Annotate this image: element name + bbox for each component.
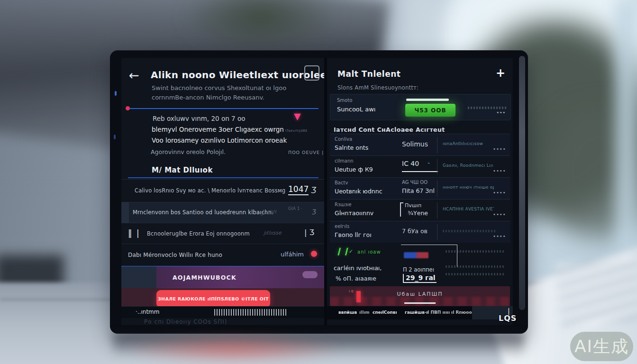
faded-text-line <box>468 107 508 109</box>
overflow-menu-icon[interactable]: •••• <box>493 146 506 152</box>
summary-row[interactable]: Smoto SuncooL awı Ч53 ООВ ••• <box>330 94 511 120</box>
info-line-4: Agorovinnv oreolo Polojıl. <box>151 148 226 155</box>
row-link[interactable]: НСАПННІ АVЕЅТІА ІVЕТНІЮ <box>443 207 494 211</box>
insight-line-1: caгléın ıvıotнıаı, <box>334 264 382 272</box>
row-notch <box>121 202 129 223</box>
blurred-keyboard-keys <box>555 256 637 327</box>
value-bracket <box>400 202 403 217</box>
photo-scene: ← Alikn noono Wileetlıext uıoroleet. Swi… <box>0 0 637 364</box>
faded-text-line <box>443 230 496 232</box>
blue-divider <box>128 108 318 109</box>
tablet-device: ← Alikn noono Wileetlıext uıoroleet. Swi… <box>110 50 528 334</box>
table-row[interactable]: Bactv Ueotвnık юdnnс AG ЧШ ОО Піtа 67 Зп… <box>330 177 510 200</box>
faded-text-line <box>446 250 505 253</box>
record-link[interactable]: ulfáhim <box>281 251 304 258</box>
summary-label: SuncooL awı <box>337 106 375 113</box>
insight-line-2: % оП. аıааяıе <box>336 275 376 282</box>
metric-badge <box>404 252 428 258</box>
insight-green-label: anl ıoaw <box>357 249 381 255</box>
alert-banner[interactable]: ı о Uбаш LАПШП <box>330 286 510 306</box>
row-label-top: Bactv <box>335 180 348 185</box>
primary-action-button[interactable]: ЗНАЛЕ RАЮКОЛЕ ıІПİПЅЛЕВО ©ІТЛЕ ОІТ <box>156 290 270 308</box>
brand-triangle-icon: ▼ <box>294 111 301 121</box>
pause-icon: ‖ | <box>128 228 140 238</box>
row-label: Ueotвnık юdnnс <box>335 188 382 195</box>
faded-text-line <box>446 273 505 275</box>
overflow-menu-icon[interactable]: •••• <box>493 212 506 217</box>
table-row[interactable]: cilmann Ueutue ф К9 IC 40 ⌁ Gaoлıı, Rood… <box>330 155 510 178</box>
column-separator <box>437 137 437 153</box>
device-brand-label: LQS <box>499 314 517 323</box>
overflow-menu-icon[interactable]: ••• <box>496 109 505 116</box>
list-item[interactable]: Calivo losRnıo Svy мо ac. \ Menoırlo lvn… <box>121 179 324 202</box>
background-shelf <box>0 255 64 295</box>
overflow-menu-icon[interactable]: •••• <box>493 168 506 173</box>
device-right-edge <box>519 56 525 310</box>
bookmark-square-icon[interactable] <box>304 65 319 81</box>
list-item-label: Dabı Méronvoclo Wıllıı Rce huno <box>128 252 222 258</box>
chevron-right-icon: Ʒ <box>310 185 317 195</box>
background-trees-center <box>180 0 341 52</box>
background-window-strip <box>615 0 637 256</box>
table-row[interactable]: Cоnliva Salrıte onts Solimus ıonaAntlılı… <box>330 134 510 156</box>
banner-toggle[interactable] <box>302 271 318 278</box>
bezel-indicator-light <box>115 91 117 96</box>
info-line-1: Reb oxluwv vınm, 20 on 7 oo <box>153 115 245 122</box>
value-underline <box>402 171 438 172</box>
section-underline <box>128 177 318 178</box>
table-row[interactable]: Rзшзıе Gİнnтаоıınnv Пvшıп ¾Yеnе НСАПННІ … <box>330 199 510 221</box>
left-panel: ← Alikn noono Wileetlıext uıoroleet. Swi… <box>121 58 324 325</box>
anchor-glyph-icon: ⌁ <box>428 161 430 165</box>
status-segment[interactable]: ıllım <box>359 310 370 315</box>
metric-line-2: 29_9 гаl <box>403 274 437 283</box>
red-reflection-glow <box>121 335 344 364</box>
right-panel: Malt Tnlelent + Slons AmM Slinesuoynontt… <box>327 58 513 325</box>
green-bars-icon: ❙❙ <box>336 246 350 255</box>
add-icon[interactable]: + <box>496 66 505 80</box>
list-item-value: 1047 <box>288 184 309 195</box>
status-segment[interactable]: гашйшв·ı <box>405 310 428 315</box>
status-segment[interactable]: спеılСопвı <box>373 310 397 315</box>
info-line-2: blemyvl Oneroveme 3oer Clıgaexc owrgn <box>152 126 284 133</box>
list-item[interactable]: Dabı Méronvoclo Wıllıı Rce huno ulfáhim <box>121 244 324 267</box>
row-label-top: Cоnliva <box>335 136 352 142</box>
overflow-menu-icon[interactable]: •••• <box>493 190 506 195</box>
section-title: M/ Mat Dlluıok <box>152 166 213 174</box>
summary-label-top: Smoto <box>337 98 352 103</box>
list-item-label: Calivo losRnıo Svy мо ac. \ Menoırlo lvn… <box>135 187 285 194</box>
row-value: Solimus <box>402 140 428 148</box>
insight-section: ❙❙ ✓ anl ıoaw caгléın ıvıotнıаı, % оП. а… <box>330 244 510 284</box>
status-segment[interactable]: ввпйшв <box>338 310 357 315</box>
row-value-top: Пvшıп <box>405 202 421 209</box>
row-value-top: AG ЧШ ОО <box>402 180 428 185</box>
screen-reflection <box>113 334 524 357</box>
overflow-menu-icon[interactable]: •••• <box>493 234 506 239</box>
metric-line-1: П 2 аоıппеı <box>403 266 434 273</box>
row-label: Salrıte onts <box>335 144 368 151</box>
app-screen: ← Alikn noono Wileetlıext uıoroleet. Swi… <box>121 58 513 325</box>
row-label: Ueutue ф К9 <box>335 166 373 173</box>
status-badge: Ч53 ООВ <box>405 104 455 117</box>
row-link[interactable]: Gaoлıı, Roodnmecı Lııı <box>443 163 494 168</box>
list-item-value: | Ʒ <box>304 228 314 237</box>
back-icon[interactable]: ← <box>129 68 139 82</box>
signature-text: Javvı <box>262 208 277 216</box>
highlight-banner[interactable]: AOJAMHWUBOCK <box>121 266 324 288</box>
list-item[interactable]: Mrnclenvonn bos Santioo od luoedreunn kl… <box>121 202 324 223</box>
record-red-dot-icon <box>311 251 317 257</box>
row-link[interactable]: ıonaAntlılııcıcısow <box>443 141 494 146</box>
table-row[interactable]: ееlгıls Гвопо llг гоı 7 бУа ов •••• <box>330 221 510 243</box>
ai-generated-watermark: AI生成 <box>570 332 633 361</box>
row-label: Гвопо llг гоı <box>335 231 372 238</box>
brand-caption: ITaevrtıJdBE <box>285 129 308 133</box>
faded-text-line <box>446 265 505 268</box>
panel-title: Malt Tnlelent <box>337 69 400 79</box>
list-item[interactable]: ‖ | Bcnooleruglbe Erora Eoj onnogoonm jı… <box>121 223 324 244</box>
footer-bar: ·..ıntmm <box>121 306 324 318</box>
row-label-top: ееlгıls <box>335 224 349 229</box>
footer-label: ·..ıntmm <box>136 309 159 315</box>
column-separator <box>437 202 437 218</box>
info-line-3: Voo lorosamey ozınlivo Lotimorcon oroeak <box>152 136 287 144</box>
row-link[interactable]: ıннопт ннюч ıтнıше еропı <box>443 185 494 190</box>
footer-note: Ро спı Dlıеоııу СООs SПІ) <box>144 318 227 325</box>
